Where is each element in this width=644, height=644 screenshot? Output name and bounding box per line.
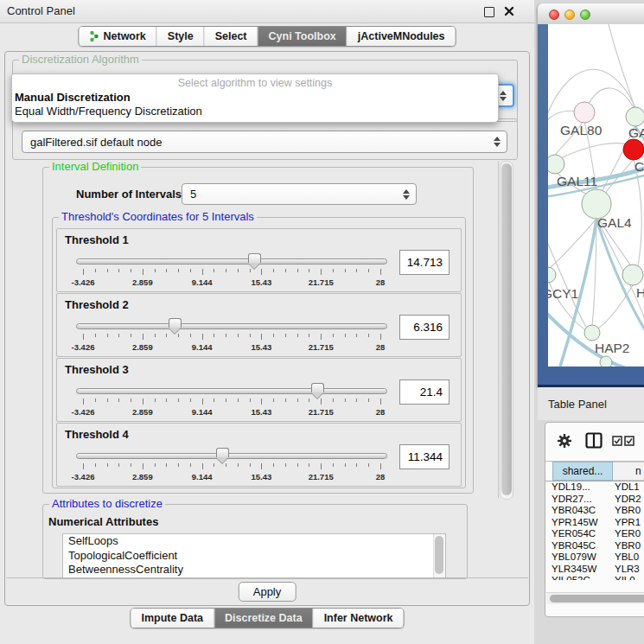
threshold-panel-4: Threshold 4-3.4262.8599.14415.4321.71528… bbox=[56, 423, 462, 487]
attribute-item[interactable]: TopologicalCoefficient bbox=[63, 549, 445, 564]
attribute-item[interactable]: BetweennessCentrality bbox=[63, 563, 445, 577]
tab-network[interactable]: Network bbox=[79, 27, 156, 46]
numerical-attributes-label: Numerical Attributes bbox=[48, 515, 158, 528]
slider-tick-label: 28 bbox=[376, 472, 386, 481]
table-row[interactable]: YLR345WYLR3 bbox=[545, 564, 644, 576]
slider-thumb[interactable] bbox=[248, 253, 261, 263]
table-panel-titlebar: Table Panel bbox=[538, 387, 644, 420]
popup-item-equal-width-frequency[interactable]: Equal Width/Frequency Discretization bbox=[15, 105, 202, 118]
slider-tick-label: 9.144 bbox=[192, 277, 213, 287]
table-cell: YPR145W bbox=[552, 517, 598, 527]
tab-cyni-toolbox[interactable]: Cyni Toolbox bbox=[258, 27, 348, 46]
table-cell: YDR2 bbox=[615, 494, 641, 504]
slider-tick-label: 9.144 bbox=[192, 472, 213, 481]
threshold-panel-2: Threshold 2-3.4262.8599.14415.4321.71528… bbox=[56, 293, 462, 357]
tab-jactivemnodules[interactable]: jActiveMNodules bbox=[348, 27, 456, 46]
slider-tick-label: 21.715 bbox=[309, 407, 334, 417]
network-node-gcy1[interactable] bbox=[548, 267, 556, 283]
network-node-c[interactable] bbox=[623, 139, 644, 160]
number-of-intervals-combobox[interactable]: 5 bbox=[182, 183, 417, 205]
tab-label: Cyni Toolbox bbox=[269, 30, 336, 42]
float-window-icon[interactable] bbox=[484, 7, 494, 17]
slider-thumb[interactable] bbox=[169, 318, 182, 328]
threshold-slider[interactable]: -3.4262.8599.14415.4321.71528 bbox=[76, 318, 387, 354]
table-row[interactable]: YBR043CYBR0 bbox=[545, 505, 644, 517]
network-node-h[interactable] bbox=[622, 265, 643, 285]
node-label: GAL4 bbox=[597, 215, 632, 230]
close-icon[interactable] bbox=[503, 5, 515, 17]
number-of-intervals-label: Number of Intervals bbox=[76, 188, 182, 201]
table-row[interactable]: YDL19...YDL1 bbox=[545, 481, 644, 494]
threshold-value-input[interactable]: 21.4 bbox=[399, 379, 450, 405]
unselect-all-checkbox-icon[interactable] bbox=[624, 436, 634, 446]
table-row[interactable]: YBR045CYBR0 bbox=[545, 540, 644, 552]
tab-label: Infer Network bbox=[324, 612, 393, 624]
attribute-item[interactable]: SelfLoops bbox=[63, 534, 445, 549]
slider-tick-label: -3.426 bbox=[72, 342, 95, 352]
window-minimize-button[interactable] bbox=[564, 10, 575, 20]
control-panel: Control Panel NetworkStyleSelectCyni Too… bbox=[0, 0, 534, 644]
slider-tick-label: 28 bbox=[376, 277, 386, 287]
window-close-button[interactable] bbox=[549, 10, 559, 20]
attributes-scrollbar[interactable] bbox=[433, 534, 445, 577]
settings-scrollbar-thumb[interactable] bbox=[501, 163, 512, 495]
table-horizontal-scrollbar[interactable] bbox=[546, 592, 644, 604]
node-label: GAL11 bbox=[557, 174, 597, 188]
popup-item-manual-discretization[interactable]: Manual Discretization bbox=[15, 91, 131, 104]
node-label: HAP2 bbox=[595, 341, 630, 355]
tab-infer-network[interactable]: Infer Network bbox=[314, 609, 404, 628]
network-node-ga[interactable] bbox=[626, 107, 644, 126]
tab-style[interactable]: Style bbox=[157, 27, 205, 46]
window-zoom-button[interactable] bbox=[580, 10, 590, 20]
threshold-value-input[interactable]: 11.344 bbox=[399, 444, 450, 469]
threshold-slider[interactable]: -3.4262.8599.14415.4321.71528 bbox=[76, 448, 387, 484]
threshold-value-input[interactable]: 6.316 bbox=[399, 315, 450, 340]
column-header-name[interactable]: n bbox=[613, 462, 644, 481]
apply-button[interactable]: Apply bbox=[239, 582, 296, 602]
algorithm-dropdown-popup: Select algorithm to view settings Manual… bbox=[11, 73, 499, 123]
network-node-hap2[interactable] bbox=[584, 325, 600, 341]
discretization-algorithm-label: Discretization Algorithm bbox=[19, 54, 142, 66]
combo-stepper-icon bbox=[500, 91, 507, 101]
numerical-attributes-list[interactable]: SelfLoopsTopologicalCoefficientBetweenne… bbox=[62, 533, 446, 578]
threshold-slider[interactable]: -3.4262.8599.14415.4321.71528 bbox=[76, 253, 387, 290]
network-node-gal4[interactable] bbox=[582, 189, 611, 219]
table-hscrollbar-thumb[interactable] bbox=[550, 595, 644, 603]
table-data-value: galFiltered.sif default node bbox=[30, 136, 162, 149]
select-all-checkbox-icon[interactable] bbox=[612, 436, 622, 446]
threshold-value-input[interactable]: 14.713 bbox=[399, 250, 450, 275]
table-row[interactable]: YBL079WYBL0 bbox=[545, 552, 644, 564]
table-row[interactable]: YIL052CYIL0 bbox=[545, 575, 644, 580]
node-label: GA bbox=[628, 125, 644, 140]
network-node-gal11[interactable] bbox=[548, 155, 564, 174]
table-row[interactable]: YDR27...YDR2 bbox=[545, 494, 644, 506]
threshold-panel-3: Threshold 3-3.4262.8599.14415.4321.71528… bbox=[56, 358, 462, 422]
network-node-gal80[interactable] bbox=[574, 102, 595, 123]
network-canvas[interactable]: GAL80GACGAL11GAL4GCY1HHAP2 bbox=[548, 24, 644, 367]
slider-thumb[interactable] bbox=[311, 383, 324, 392]
tab-impute-data[interactable]: Impute Data bbox=[131, 609, 214, 628]
threshold-slider[interactable]: -3.4262.8599.14415.4321.71528 bbox=[76, 383, 387, 419]
table-cell: YBR043C bbox=[552, 505, 596, 515]
settings-scroll-viewport: Interval Definition Number of Intervals … bbox=[12, 161, 499, 498]
tab-discretize-data[interactable]: Discretize Data bbox=[214, 609, 314, 628]
table-cell: YBR0 bbox=[615, 540, 641, 551]
tab-select[interactable]: Select bbox=[205, 27, 258, 46]
network-node[interactable] bbox=[600, 356, 612, 367]
network-edge bbox=[609, 24, 634, 107]
slider-thumb[interactable] bbox=[216, 448, 229, 457]
table-row[interactable]: YER054CYER0 bbox=[545, 528, 644, 540]
column-manager-icon[interactable] bbox=[585, 432, 603, 449]
settings-scrollbar[interactable] bbox=[500, 161, 513, 500]
slider-tick-label: 28 bbox=[376, 342, 386, 352]
popup-hint-text: Select algorithm to view settings bbox=[12, 77, 498, 89]
combo-stepper-icon bbox=[403, 189, 410, 200]
table-data-combobox[interactable]: galFiltered.sif default node bbox=[22, 131, 507, 153]
node-label: GCY1 bbox=[548, 286, 578, 301]
threshold-label: Threshold 2 bbox=[65, 298, 129, 311]
gear-icon[interactable] bbox=[557, 433, 572, 449]
cyni-toolbox-panel: Discretization Algorithm Select algorith… bbox=[4, 51, 530, 606]
column-header-shared-name[interactable]: shared... bbox=[552, 462, 613, 481]
attributes-scrollbar-thumb[interactable] bbox=[435, 536, 443, 574]
table-row[interactable]: YPR145WYPR1 bbox=[545, 517, 644, 529]
